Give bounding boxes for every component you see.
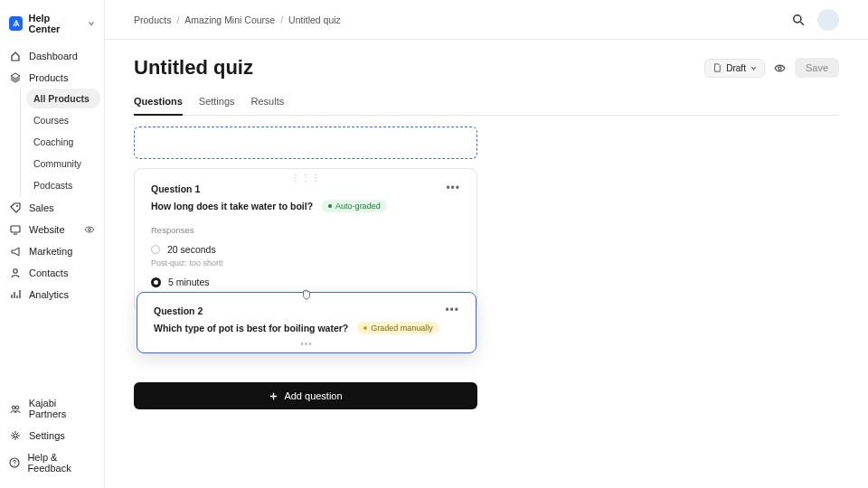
svg-point-9 <box>794 14 801 22</box>
nav-dashboard[interactable]: Dashboard <box>0 45 104 67</box>
help-icon <box>9 457 20 468</box>
response-text: 5 minutes <box>168 277 210 287</box>
status-dropdown[interactable]: Draft <box>704 59 765 78</box>
response-option[interactable]: 5 minutes <box>151 277 460 287</box>
save-button[interactable]: Save <box>795 58 839 78</box>
subnav-podcasts[interactable]: Podcasts <box>26 175 100 195</box>
nav-analytics[interactable]: Analytics <box>0 284 104 305</box>
nav-help[interactable]: Help & Feedback <box>0 446 104 479</box>
nav-sales[interactable]: Sales <box>0 197 104 219</box>
sidebar-bottom: Kajabi Partners Settings Help & Feedback <box>0 392 104 479</box>
breadcrumb-current: Untitled quiz <box>288 14 341 25</box>
nav-label: Sales <box>29 202 54 213</box>
response-option[interactable]: 20 seconds <box>151 244 460 255</box>
question-label: Question 1 <box>151 183 200 194</box>
chevron-down-icon <box>88 20 95 27</box>
status-label: Draft <box>726 63 746 73</box>
products-subnav: All Products Courses Coaching Community … <box>20 89 104 197</box>
svg-point-10 <box>778 66 781 69</box>
add-question-label: Add question <box>284 390 342 401</box>
plus-icon <box>269 391 278 401</box>
page-title: Untitled quiz <box>134 56 253 80</box>
document-icon <box>712 63 722 72</box>
svg-point-4 <box>12 406 15 409</box>
nav-contacts[interactable]: Contacts <box>0 262 104 284</box>
monitor-icon <box>9 224 22 235</box>
chart-icon <box>9 289 22 300</box>
svg-point-6 <box>14 434 17 437</box>
svg-point-2 <box>89 229 91 231</box>
gear-icon <box>9 430 22 441</box>
content: Untitled quiz Draft Save Questions Setti… <box>105 40 868 426</box>
radio-icon <box>151 245 160 254</box>
user-icon <box>9 267 22 278</box>
question-text: Which type of pot is best for boiling wa… <box>154 323 348 333</box>
subnav-courses[interactable]: Courses <box>26 110 100 130</box>
primary-nav: Dashboard Products All Products Courses … <box>0 45 104 305</box>
radio-selected-icon <box>151 277 161 287</box>
nav-label: Settings <box>29 430 65 441</box>
svg-point-3 <box>14 269 17 273</box>
svg-rect-1 <box>11 226 20 232</box>
subnav-coaching[interactable]: Coaching <box>26 132 100 152</box>
response-feedback: Post-quiz: too short! <box>151 258 460 267</box>
main: Products / Amazing Mini Course / Untitle… <box>105 0 868 488</box>
nav-label: Dashboard <box>29 51 78 61</box>
subnav-all-products[interactable]: All Products <box>26 89 100 108</box>
tag-icon <box>9 202 22 213</box>
nav-label: Website <box>29 224 65 235</box>
question-label: Question 2 <box>154 305 203 316</box>
eye-icon[interactable] <box>84 224 95 235</box>
breadcrumb-course[interactable]: Amazing Mini Course <box>184 14 275 25</box>
breadcrumb-products[interactable]: Products <box>134 14 171 25</box>
tabs: Questions Settings Results <box>134 90 839 116</box>
nav-products[interactable]: Products <box>0 67 104 89</box>
drag-handle-icon[interactable]: ⋮⋮⋮ <box>291 173 321 183</box>
products-icon <box>9 72 22 83</box>
nav-label: Analytics <box>29 289 69 300</box>
nav-label: Products <box>29 72 68 83</box>
home-icon <box>9 51 22 61</box>
grab-cursor-icon <box>300 287 313 300</box>
chevron-down-icon <box>750 65 757 71</box>
nav-label: Marketing <box>29 246 72 257</box>
nav-label: Kajabi Partners <box>29 398 95 419</box>
avatar[interactable] <box>817 9 839 31</box>
grading-badge: Auto-graded <box>322 200 387 212</box>
drag-handle-icon[interactable]: ••• <box>300 339 313 349</box>
nav-settings[interactable]: Settings <box>0 425 104 446</box>
svg-point-0 <box>16 205 18 207</box>
drop-zone[interactable] <box>134 127 477 159</box>
megaphone-icon <box>9 246 22 257</box>
responses-heading: Responses <box>151 225 460 235</box>
tab-settings[interactable]: Settings <box>199 90 235 115</box>
brand-logo <box>9 16 23 31</box>
svg-point-5 <box>15 406 19 409</box>
nav-website[interactable]: Website <box>0 219 104 240</box>
add-question-button[interactable]: Add question <box>134 382 477 409</box>
svg-point-8 <box>14 465 15 465</box>
tab-results[interactable]: Results <box>251 90 285 115</box>
sidebar: Help Center Dashboard Products All Produ… <box>0 0 105 488</box>
preview-icon[interactable] <box>774 62 786 74</box>
workspace-switcher[interactable]: Help Center <box>0 9 104 45</box>
more-icon[interactable]: ••• <box>446 183 460 194</box>
nav-partners[interactable]: Kajabi Partners <box>0 392 104 425</box>
nav-label: Contacts <box>29 267 68 278</box>
more-icon[interactable]: ••• <box>445 305 459 316</box>
nav-marketing[interactable]: Marketing <box>0 240 104 262</box>
subnav-community[interactable]: Community <box>26 154 100 174</box>
question-card-2-dragging[interactable]: Question 2 ••• Which type of pot is best… <box>137 292 476 353</box>
breadcrumb: Products / Amazing Mini Course / Untitle… <box>134 14 341 25</box>
nav-label: Help & Feedback <box>27 452 95 474</box>
workspace-name: Help Center <box>28 13 82 34</box>
grading-badge: Graded manually <box>357 322 439 334</box>
partners-icon <box>9 403 22 414</box>
topbar: Products / Amazing Mini Course / Untitle… <box>105 0 868 40</box>
search-icon[interactable] <box>792 14 805 26</box>
question-text: How long does it take water to boil? <box>151 201 313 211</box>
tab-questions[interactable]: Questions <box>134 90 183 116</box>
response-text: 20 seconds <box>167 244 216 255</box>
